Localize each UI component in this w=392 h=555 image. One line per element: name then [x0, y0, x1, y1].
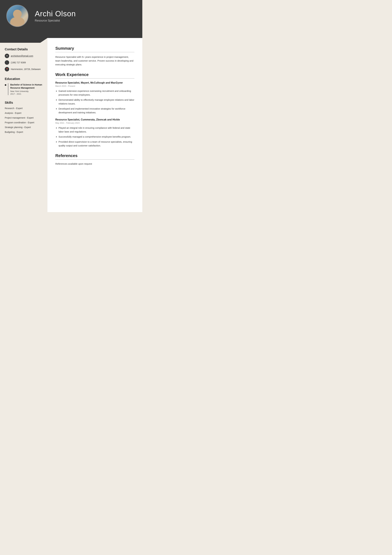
summary-section: Summary Resource Specialist with 5+ year…	[55, 46, 134, 66]
skill-item: Project management - Expert	[5, 117, 43, 119]
edu-years: 2017 - 2021	[10, 93, 43, 95]
job-date: May 2021 - February 2023	[55, 122, 134, 124]
references-text: References available upon request	[55, 162, 134, 165]
header: Archi Olson Resource Specialist	[0, 0, 142, 32]
job-title: Resource Specialist, Cummerata, Zboncak …	[55, 118, 134, 121]
edu-school: New York University	[10, 90, 43, 92]
skill-item: Research - Expert	[5, 107, 43, 110]
list-item: Developed and implemented innovative str…	[58, 107, 134, 114]
list-item: Provided direct supervision to a team of…	[58, 140, 134, 147]
summary-heading: Summary	[55, 46, 134, 52]
job-bullets: Played an integral role in ensuring comp…	[55, 126, 134, 147]
education-section-title: Education	[5, 77, 43, 81]
edu-bullet-icon	[5, 84, 6, 86]
job-bullets: Gained extensive experience overseeing r…	[55, 89, 134, 114]
experience-heading: Work Experience	[55, 72, 134, 79]
job-item: Resource Specialist, Cummerata, Zboncak …	[55, 118, 134, 147]
skills-section-title: Skills	[5, 101, 43, 104]
email-contact-item: ✉ archiolson@gmail.com	[5, 54, 43, 58]
candidate-name: Archi Olson	[35, 9, 76, 18]
email-value[interactable]: archiolson@gmail.com	[11, 55, 33, 57]
job-title: Resource Specialist, Mayert, McCullough …	[55, 81, 134, 84]
main-layout: Contact Details ✉ archiolson@gmail.com 📞…	[0, 38, 142, 212]
location-value: Hammeston, 18726, Delaware	[11, 68, 41, 70]
experience-section: Work Experience Resource Specialist, May…	[55, 72, 134, 147]
skill-item: Budgeting - Expert	[5, 131, 43, 133]
job-date: March 2023 - Present	[55, 85, 134, 87]
skill-item: Program coordination - Expert	[5, 121, 43, 124]
list-item: Gained extensive experience overseeing r…	[58, 89, 134, 97]
references-section: References References available upon req…	[55, 153, 134, 165]
jobs-list: Resource Specialist, Mayert, McCullough …	[55, 81, 134, 147]
skills-list: Research - ExpertAnalysis - ExpertProjec…	[5, 107, 43, 133]
avatar-image	[7, 5, 28, 26]
header-text: Archi Olson Resource Specialist	[35, 9, 76, 22]
sidebar: Contact Details ✉ archiolson@gmail.com 📞…	[0, 38, 47, 212]
location-contact-item: 📍 Hammeston, 18726, Delaware	[5, 67, 43, 71]
skill-item: Analysis - Expert	[5, 112, 43, 114]
list-item: Demonstrated ability to effectively mana…	[58, 98, 134, 106]
education-item: Bachelor of Science in Human Resource Ma…	[5, 83, 43, 95]
edu-content: Bachelor of Science in Human Resource Ma…	[8, 83, 43, 95]
list-item: Successfully managed a comprehensive emp…	[58, 135, 134, 139]
phone-contact-item: 📞 (198) 727 8389	[5, 60, 43, 65]
job-item: Resource Specialist, Mayert, McCullough …	[55, 81, 134, 114]
phone-icon: 📞	[5, 60, 9, 65]
references-heading: References	[55, 153, 134, 160]
contact-section: Contact Details ✉ archiolson@gmail.com 📞…	[5, 47, 43, 71]
skills-section: Skills Research - ExpertAnalysis - Exper…	[5, 101, 43, 133]
email-icon: ✉	[5, 54, 9, 58]
education-section: Education Bachelor of Science in Human R…	[5, 77, 43, 95]
location-icon: 📍	[5, 67, 9, 71]
summary-text: Resource Specialist with 5+ years experi…	[55, 55, 134, 66]
candidate-title: Resource Specialist	[35, 19, 76, 22]
avatar	[6, 5, 29, 27]
header-arrow-decoration	[0, 32, 142, 38]
edu-degree: Bachelor of Science in Human Resource Ma…	[10, 83, 43, 89]
skill-item: Strategic planning - Expert	[5, 126, 43, 129]
list-item: Played an integral role in ensuring comp…	[58, 126, 134, 134]
contact-section-title: Contact Details	[5, 47, 43, 51]
phone-value: (198) 727 8389	[11, 61, 26, 64]
main-content: Summary Resource Specialist with 5+ year…	[47, 38, 142, 212]
